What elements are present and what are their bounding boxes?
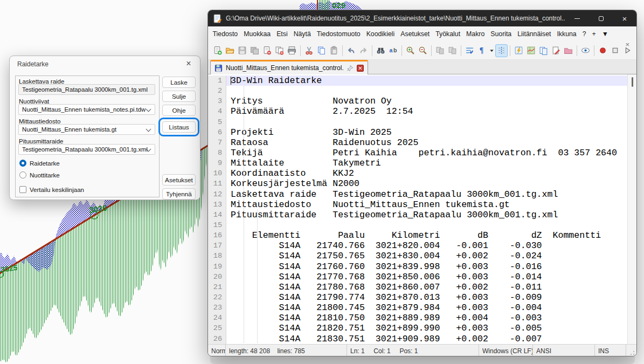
function-list-button[interactable]	[513, 44, 525, 57]
status-encoding[interactable]: ANSI	[533, 345, 595, 356]
undo-button[interactable]	[345, 44, 357, 57]
editor-line[interactable]: 4Päivämäärä 2.7.2025 12:54	[208, 106, 627, 116]
vertical-scrollbar[interactable]	[627, 74, 636, 344]
scrollbar-thumb[interactable]	[632, 77, 633, 87]
nuottitarke-radio[interactable]: Nuottitarke	[19, 171, 60, 178]
status-eol-format[interactable]: Windows (CR LF)	[479, 345, 533, 356]
tab-nuotti-mittaus-control[interactable]: Nuotti_Mittaus_Ennen tukemista_control.t…	[210, 60, 368, 74]
new-file-button[interactable]	[211, 44, 224, 57]
editor-line[interactable]: 5	[208, 117, 627, 127]
symbols-dropdown-button[interactable]	[488, 44, 495, 57]
indent-guide-line	[257, 210, 258, 343]
title-bar[interactable]: G:\Oma Drive\Wiki-artikkelit\Raidenuotit…	[208, 10, 636, 26]
folder-workspace-icon	[564, 46, 573, 55]
cut-button[interactable]	[303, 44, 315, 57]
editor-line[interactable]: 13Mittaustiedosto Nuotti_Mittaus_Ennen t…	[208, 200, 627, 210]
editor-line[interactable]: 16 Elementti Paalu Kilometri dB dZ Komme…	[208, 230, 627, 241]
line-number: 16	[208, 230, 226, 241]
pituusmittaraide-combo[interactable]: Testigeometria_Ratapaalu 3000km_001.tg.x…	[18, 144, 155, 155]
asetukset-button[interactable]: Asetukset	[162, 174, 196, 186]
file-browser-button[interactable]	[550, 44, 562, 57]
menu-item-nyt[interactable]: Näytä	[290, 28, 314, 40]
line-text: Päivämäärä 2.7.2025 12:54	[226, 106, 627, 116]
editor-line[interactable]: 21 S14A 21780.768 3021+860.007 +0.002 -0…	[208, 282, 627, 292]
pin-icon[interactable]	[347, 65, 354, 72]
text-area[interactable]: 13D-Win Raidetarke23Yritys Novatron Oy4P…	[208, 74, 636, 344]
editor-line[interactable]: 13D-Win Raidetarke	[208, 75, 627, 86]
zoom-out-button[interactable]	[417, 44, 429, 57]
menu-item-tykalut[interactable]: Työkalut	[433, 28, 463, 40]
close-all-button[interactable]	[273, 44, 286, 57]
close-file-button[interactable]	[261, 44, 273, 57]
editor-line[interactable]: 3Yritys Novatron Oy	[208, 96, 627, 106]
find-button[interactable]	[375, 44, 387, 57]
editor-line[interactable]: 12Laskettava raide Testigeometria_Ratapa…	[208, 189, 627, 200]
editor-line[interactable]: 15	[208, 220, 627, 230]
laskettava-raide-field[interactable]: Testigeometria_Ratapaalu 3000km_001.tg.x…	[18, 84, 155, 95]
editor-line[interactable]: 19 S14A 21760.760 3021+839.998 +0.003 -0…	[208, 262, 627, 272]
menu-item-+[interactable]: +	[589, 28, 599, 40]
print-button[interactable]	[286, 44, 298, 57]
menu-item-makro[interactable]: Makro	[463, 28, 488, 40]
minimize-button[interactable]	[565, 10, 589, 26]
editor-line[interactable]: 18 S14A 21750.765 3021+830.004 +0.002 -0…	[208, 251, 627, 261]
menu-item-etsi[interactable]: Etsi	[274, 28, 291, 40]
menu-item-tiedostomuoto[interactable]: Tiedostomuoto	[314, 28, 363, 40]
menu-item-liitnniset[interactable]: Liitännäiset	[515, 28, 554, 40]
tab-close-icon[interactable]: ✕	[357, 65, 364, 72]
macro-stop-button[interactable]	[609, 44, 621, 57]
editor-line[interactable]: 22 S14A 21790.774 3021+870.013 +0.003 -0…	[208, 292, 627, 303]
editor-line[interactable]: 20 S14A 21770.768 3021+850.006 +0.003 -0…	[208, 272, 627, 282]
line-text: Mittaustiedosto Nuotti_Mittaus_Ennen tuk…	[226, 200, 627, 210]
status-insert-mode[interactable]: INS	[595, 345, 626, 356]
mittaustiedosto-combo[interactable]: Nuotti_Mittaus_Ennen tukemista.gt	[18, 124, 155, 135]
zoom-in-button[interactable]	[404, 44, 417, 57]
editor-line[interactable]: 6Projekti 3D-Win 2025	[208, 127, 627, 138]
vertailu-keskilinjaan-checkbox[interactable]: Vertailu keskilinjaan	[19, 186, 84, 193]
macro-record-button[interactable]	[597, 44, 609, 57]
word-wrap-button[interactable]	[463, 44, 476, 57]
editor-line[interactable]: 7Rataosa Raidenuotus 2025	[208, 138, 627, 148]
line-number: 22	[208, 292, 226, 303]
indent-guide-line	[244, 86, 244, 343]
close-button[interactable]: ×	[613, 10, 636, 26]
document-list-button[interactable]	[537, 44, 550, 57]
copy-button[interactable]	[315, 44, 328, 57]
menu-item-suorita[interactable]: Suorita	[488, 28, 515, 40]
menu-item-?[interactable]: ?	[579, 28, 589, 40]
tyhjenna-button[interactable]: Tyhjennä	[162, 188, 196, 200]
dialog-close-icon[interactable]: ×	[183, 58, 194, 69]
document-map-button[interactable]	[525, 44, 537, 57]
sulje-button[interactable]: Sulje	[162, 91, 196, 102]
editor-line[interactable]: 23 S14A 21800.745 3021+879.984 +0.003 -0…	[208, 303, 627, 313]
show-symbols-button[interactable]: ¶	[476, 44, 488, 57]
menu-item-koodikieli[interactable]: Koodikieli	[363, 28, 398, 40]
replace-button[interactable]: ab	[387, 44, 399, 57]
editor-line[interactable]: 14Pituusmittaraide Testigeometria_Ratapa…	[208, 210, 627, 220]
ohje-button[interactable]: Ohje	[162, 105, 196, 116]
menu-item-ikkuna[interactable]: Ikkuna	[554, 28, 579, 40]
editor-line[interactable]: 26 S14A 21830.751 3021+909.989 +0.002 -0…	[208, 334, 627, 344]
laske-button[interactable]: Laske	[162, 77, 196, 88]
indent-guide-button[interactable]	[495, 44, 508, 57]
editor-line[interactable]: 17 S14A 21740.766 3021+820.004 -0.001 -0…	[208, 241, 627, 251]
editor-line[interactable]: 2	[208, 86, 627, 96]
editor-line[interactable]: 9Mittalaite Takymetri	[208, 158, 627, 168]
menu-item-asetukset[interactable]: Asetukset	[398, 28, 433, 40]
doc-close-icon[interactable]: ×	[625, 40, 629, 49]
menu-item-▼[interactable]: ▼	[599, 28, 611, 40]
editor-line[interactable]: 25 S14A 21820.751 3021+899.990 +0.003 -0…	[208, 323, 627, 333]
open-file-button[interactable]	[224, 44, 236, 57]
folder-workspace-button[interactable]	[562, 44, 574, 57]
raidetarke-radio[interactable]: Raidetarke	[19, 160, 60, 167]
maximize-button[interactable]	[589, 10, 613, 26]
editor-line[interactable]: 10Koordinaatisto KKJ2	[208, 168, 627, 178]
editor-line[interactable]: 11Korkeusjärjestelmä N2000	[208, 178, 627, 189]
menu-item-muokkaa[interactable]: Muokkaa	[241, 28, 274, 40]
view-eye-button[interactable]	[579, 44, 592, 57]
resize-grip[interactable]	[626, 345, 636, 356]
menu-item-tiedosto[interactable]: Tiedosto	[210, 28, 241, 40]
nuottiviivat-combo[interactable]: Nuotti_Mittaus_Ennen tukemista_notes.pi.…	[18, 104, 155, 115]
editor-line[interactable]: 24 S14A 21810.750 3021+889.989 +0.004 -0…	[208, 313, 627, 323]
editor-line[interactable]: 8Tekijä Petri Kaihia petri.kaihia@novatr…	[208, 148, 627, 158]
